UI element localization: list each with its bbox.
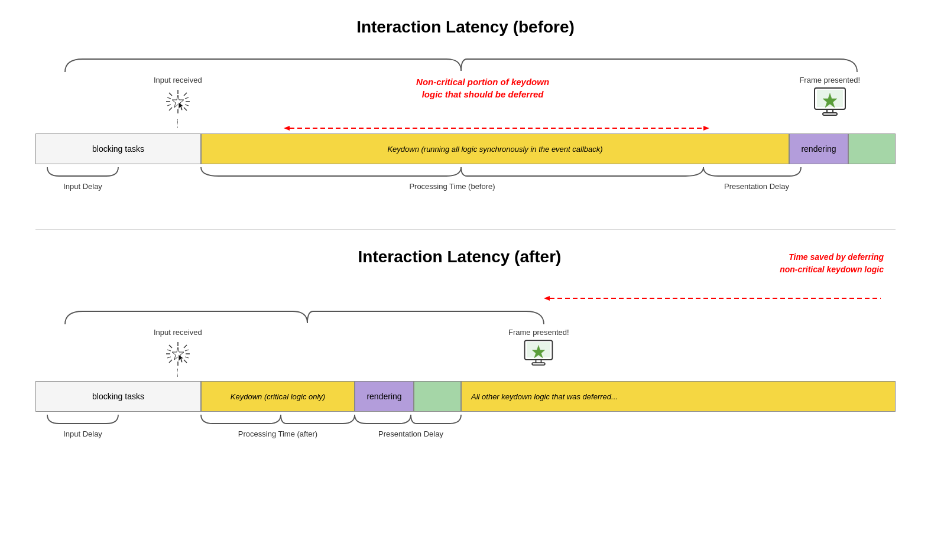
svg-marker-21 [284,126,290,131]
svg-line-32 [184,345,187,348]
svg-line-38 [185,357,189,358]
input-received-area-before: Input received [35,76,896,123]
bar-blocking-before: blocking tasks [35,134,201,164]
section-before: Interaction Latency (before) Input recei… [35,18,896,206]
svg-line-5 [184,93,187,96]
svg-text:Input Delay: Input Delay [63,429,102,438]
svg-text:Processing Time (before): Processing Time (before) [409,182,495,191]
svg-line-37 [185,350,189,351]
section-after: Interaction Latency (after) Time saved b… [35,248,896,453]
braces-labels-after: Input Delay Processing Time (after) Pres… [35,412,896,453]
bar-blocking-after: blocking tasks [35,381,201,412]
svg-text:Processing Time (after): Processing Time (after) [238,429,317,438]
svg-line-8 [167,97,171,99]
frame-presented-label-before: Frame presented! [799,76,860,84]
input-received-label-after: Input received [154,328,202,337]
section2-wrapper: Input received [35,290,896,453]
bar-keydown-before: Keydown (running all logic synchronously… [201,134,789,164]
svg-line-7 [184,108,187,110]
svg-text:Presentation Delay: Presentation Delay [724,182,789,191]
svg-rect-18 [823,113,837,115]
bars-row-after: blocking tasks Keydown (critical logic o… [35,381,896,412]
svg-line-6 [169,108,172,110]
bar-keydown-after: Keydown (critical logic only) [201,381,355,412]
svg-marker-20 [703,126,709,131]
input-received-label-before: Input received [154,76,202,84]
svg-line-34 [184,360,187,363]
input-received-area-after: Input received [35,328,896,381]
monitor-icon-before [812,87,848,118]
svg-text:Presentation Delay: Presentation Delay [378,429,443,438]
bar-green-after [414,381,461,412]
svg-marker-13 [179,102,184,110]
section-before-title: Interaction Latency (before) [35,18,896,37]
svg-rect-45 [532,363,545,365]
section1-wrapper: Input received [35,54,896,206]
section-separator [35,229,896,230]
input-received-before: Input received [154,76,202,128]
svg-line-35 [167,350,171,351]
svg-line-4 [169,93,172,96]
frame-presented-after: Frame presented! [508,328,569,367]
svg-line-31 [169,345,172,348]
dashed-arrow-svg [35,123,896,134]
burst-cursor-svg-after [163,339,193,369]
bar-deferred-after: All other keydown logic that was deferre… [461,381,896,412]
input-received-after: Input received [154,328,202,377]
cursor-burst-before [163,87,193,119]
burst-cursor-svg-before [163,87,193,116]
overall-brace-after [35,307,896,328]
dashed-line-row [35,123,896,134]
bars-row-before: blocking tasks Keydown (running all logi… [35,134,896,164]
overall-brace-before [35,54,896,76]
time-saved-arrow-svg [35,290,896,307]
bar-rendering-before: rendering [789,134,848,164]
bar-green-before [848,134,896,164]
svg-line-9 [167,105,171,106]
section-after-title: Interaction Latency (after) [248,248,672,266]
svg-line-10 [185,97,189,99]
braces-labels-before: Input Delay Processing Time (before) Pre… [35,164,896,206]
monitor-icon-after [523,339,554,367]
dotted-line-after [177,369,178,377]
bar-rendering-after: rendering [355,381,414,412]
red-annotation-before: Non-critical portion of keydown logic th… [416,76,549,100]
frame-presented-before: Frame presented! [799,76,860,118]
svg-marker-40 [179,354,184,363]
time-saved-annotation: Time saved by deferring non-critical key… [672,248,896,276]
svg-line-11 [185,105,189,106]
frame-presented-label-after: Frame presented! [508,328,569,337]
svg-line-36 [167,357,171,358]
svg-text:Input Delay: Input Delay [63,182,102,191]
main-container: Interaction Latency (before) Input recei… [0,0,931,494]
svg-marker-26 [544,296,550,301]
svg-line-33 [169,360,172,363]
